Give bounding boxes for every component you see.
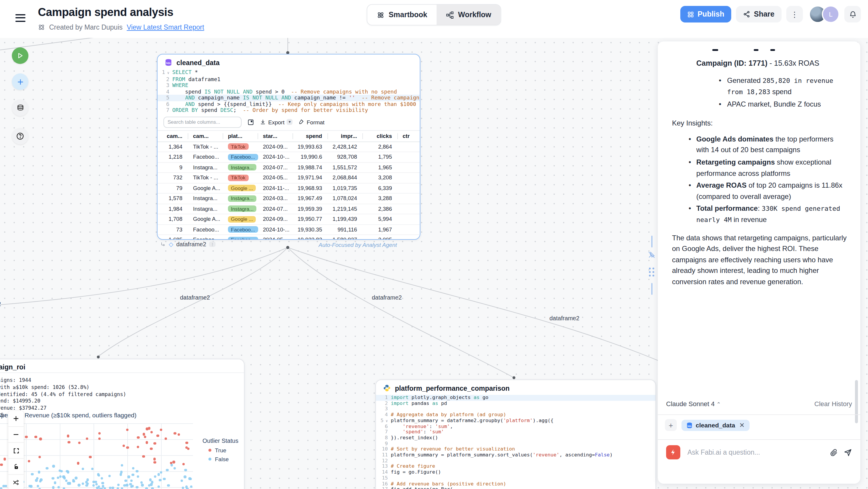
run-workflow-button[interactable] [12,48,28,64]
table-row[interactable]: 1,708Google A...Google ...2024-09...19,9… [157,214,420,224]
clear-history-button[interactable]: Clear History [814,400,852,407]
table-cell: Faceboo... [223,235,258,240]
table-cell: 3,288 [363,193,398,204]
node-campaign-roi[interactable]: campaign_roi Total campaigns: 1944 Campa… [0,359,245,489]
code-line[interactable]: 8}).reset_index() [376,435,655,441]
chat-message-area[interactable]: Campaign (ID: 1771) - 15.63x ROAS •Gener… [658,41,860,403]
column-header[interactable]: ctr [398,130,420,142]
table-row[interactable]: 73Faceboo...Faceboo...2024-10-...19,930.… [157,224,420,235]
zoom-in-button[interactable] [8,411,24,427]
edge-label: 2 [0,301,1,307]
help-button[interactable] [12,128,28,145]
table-cell: 19,968.93 [293,183,328,193]
export-dropdown-chevron[interactable]: ▾ [287,119,292,125]
table-row[interactable]: 1,984Instagra...Instagra...2024-07...19,… [157,204,420,214]
result-table[interactable]: cam...cam...plat...star...spendimpr...cl… [157,130,420,240]
table-row[interactable]: 1,685Faceboo...Faceboo...2024-05...19,92… [157,235,420,240]
table-row[interactable]: 9Instagra...Instagra...2024-07...19,988.… [157,162,420,173]
export-button[interactable]: Export ▾ [260,119,292,125]
column-header[interactable]: cam... [188,130,223,142]
remove-chip-icon[interactable]: ✕ [739,421,745,429]
column-header[interactable]: star... [258,130,293,142]
unpin-panel-icon[interactable] [648,251,655,259]
table-cell: Faceboo... [188,224,223,235]
code-line[interactable]: 7ORDER BY spend DESC; -- Order by spend … [157,107,420,113]
collaborator-avatars: L [809,5,840,23]
scatter-point-false [38,488,41,489]
code-line[interactable]: 2import pandas as pd [376,400,655,406]
share-button[interactable]: Share [736,6,782,23]
attachment-icon[interactable] [830,449,838,456]
code-line[interactable]: 6 AND spend > {{spend_limit}} -- Keep on… [157,101,420,107]
more-options-button[interactable]: ⋮ [786,6,803,23]
column-header[interactable]: cam... [157,130,188,142]
data-sources-button[interactable] [12,99,28,116]
scatter-point-false [91,468,94,470]
column-header[interactable]: spend [293,130,328,142]
code-line[interactable]: 17fig.add_trace(go.Bar( [376,487,655,489]
legend-item-false[interactable]: False [203,456,238,462]
add-context-button[interactable]: + [665,419,677,431]
tab-workflow[interactable]: Workflow [437,5,501,25]
scatter-point-false [57,486,60,489]
code-line[interactable]: 14fig = go.Figure() [376,469,655,475]
port-dot [513,376,516,379]
output-dataframe-label[interactable]: dataframe2 [176,241,206,247]
column-header[interactable]: clicks [363,130,398,142]
column-header[interactable]: plat... [223,130,258,142]
node-title: cleaned_data [177,59,220,66]
scatter-plot[interactable] [0,423,193,489]
hamburger-menu-icon[interactable] [16,14,26,22]
format-button[interactable]: Format [299,119,324,125]
code-line[interactable]: 7 'spend': 'sum' [376,429,655,435]
fullscreen-button[interactable] [8,443,24,459]
table-row[interactable]: 1,364TikTok - ...TikTok2024-09...19,993.… [157,142,420,152]
panel-resize-line[interactable] [651,283,652,295]
tab-smartbook[interactable]: Smartbook [367,5,437,25]
publish-button[interactable]: Publish [680,6,731,23]
notifications-button[interactable] [844,6,861,23]
code-line[interactable]: 2FROM dataframe1 [157,76,420,82]
expand-table-icon[interactable] [247,119,254,125]
table-row[interactable]: 1,578Instagra...Instagra...2024-03...19,… [157,193,420,204]
scatter-point-true [153,458,156,460]
search-table-columns-input[interactable] [163,116,242,128]
column-header[interactable]: impr... [328,130,363,142]
scatter-point-true [143,455,145,458]
zoom-out-button[interactable] [8,427,24,443]
view-latest-smart-report-link[interactable]: View Latest Smart Report [127,24,204,31]
code-line[interactable]: 11platform_summary = platform_summary.so… [376,452,655,458]
lock-button[interactable] [8,459,24,475]
context-chip-cleaned-data[interactable]: SQL cleaned_data ✕ [681,420,750,431]
bullet-item: •Generated 285,820 in revenue from 18,28… [719,75,847,97]
send-icon[interactable] [844,448,852,456]
sql-editor[interactable]: 1 ∨SELECT * 2FROM dataframe1 3WHERE 4 sp… [157,69,420,113]
branch-arrow-icon [160,242,166,247]
format-icon [299,119,304,125]
table-row[interactable]: 1,218Faceboo...Faceboo...2024-10-...19,9… [157,152,420,162]
table-cell: 19,930.35 [293,224,328,235]
table-cell: TikTok [223,142,258,152]
table-cell: 2024-03... [258,193,293,204]
code-line[interactable]: 5 AND campaign_name IS NOT NULL AND camp… [157,95,420,101]
table-row[interactable]: 79Google A...Google ...2024-11-...19,968… [157,183,420,193]
model-selector[interactable]: Claude Sonnet 4 ⌃ [666,400,721,407]
node-cleaned-data[interactable]: SQL cleaned_data 1 ∨SELECT * 2FROM dataf… [157,54,421,240]
node-platform-performance-comparison[interactable]: platform_performance_comparison 1import … [375,379,656,489]
code-line[interactable]: 3WHERE [157,82,420,89]
shuffle-button[interactable] [8,475,24,489]
view-toggle: Smartbook Workflow [367,4,501,26]
ask-question-input[interactable] [686,448,824,456]
add-node-button[interactable] [12,73,28,90]
table-row[interactable]: 732TikTok - ...TikTok2024-05...19,971.94… [157,173,420,183]
code-line[interactable]: 4 spend IS NOT NULL AND spend > 0 -- Rem… [157,89,420,95]
output-badge[interactable]: ⋮ [209,242,216,247]
python-editor[interactable]: 1import plotly.graph_objects as go 2impo… [376,395,655,489]
user-avatar-letter[interactable]: L [822,5,840,23]
panel-resize-line[interactable] [651,236,652,247]
clipped-text-fragment [672,48,847,53]
legend-item-true[interactable]: True [203,447,238,454]
code-line[interactable]: 1import plotly.graph_objects as go [376,395,655,400]
panel-drag-handle[interactable] [649,268,655,277]
code-line[interactable]: 1 ∨SELECT * [157,69,420,76]
